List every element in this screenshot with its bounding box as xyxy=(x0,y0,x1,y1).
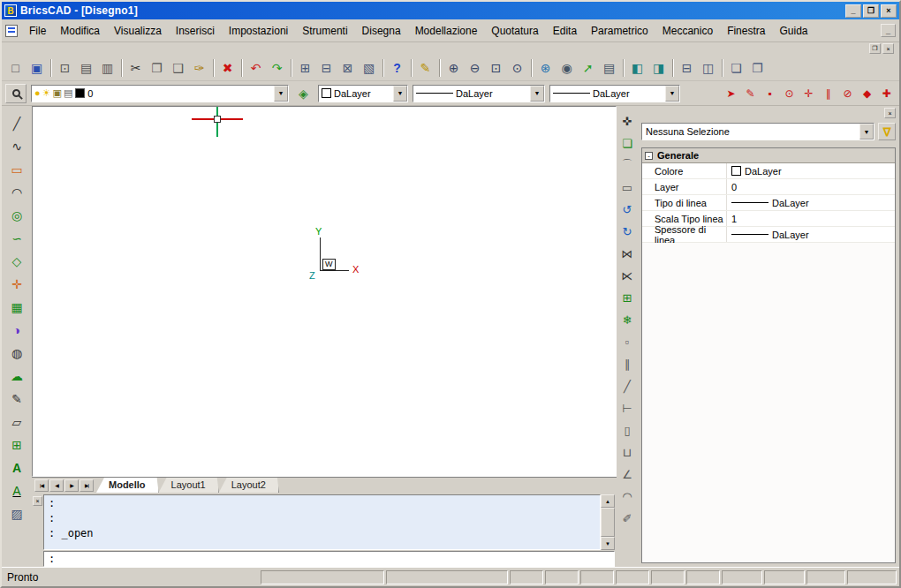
property-value[interactable]: 1 xyxy=(727,211,895,226)
property-row-layer[interactable]: Layer 0 xyxy=(642,179,895,195)
print-settings-button[interactable]: ▥ xyxy=(97,57,117,78)
layers-explorer-button[interactable]: ⊟ xyxy=(316,57,337,78)
selection-combobox[interactable]: Nessuna Selezione ▼ xyxy=(641,123,874,140)
menu-guida[interactable]: Guida xyxy=(772,22,814,40)
zoom-window-button[interactable]: ⊡ xyxy=(486,57,506,78)
mdi-minimize-button[interactable]: _ xyxy=(881,24,896,37)
gradient-tool-button[interactable]: ◑ xyxy=(6,320,27,341)
redo-button[interactable]: ↷ xyxy=(267,57,287,78)
menu-modifica[interactable]: Modifica xyxy=(53,22,107,40)
menu-parametrico[interactable]: Parametrico xyxy=(584,22,655,40)
selection-dropdown-arrow-icon[interactable]: ▼ xyxy=(859,124,874,139)
menu-quotatura[interactable]: Quotatura xyxy=(484,22,545,40)
property-value[interactable]: DaLayer xyxy=(727,195,895,210)
blocks-explorer-button[interactable]: ⊠ xyxy=(337,57,358,78)
text-tool-button[interactable]: A xyxy=(6,480,27,501)
mirror-tool-button[interactable]: ⋈ xyxy=(617,244,637,263)
color-dropdown-arrow-icon[interactable]: ▼ xyxy=(393,86,407,102)
layer-dropdown-arrow-icon[interactable]: ▼ xyxy=(274,86,288,102)
rotate-tool-button[interactable]: ↺ xyxy=(617,200,637,219)
drawing-explorer-button[interactable]: ⊞ xyxy=(295,57,315,78)
fillet-arc-tool-button[interactable]: ◠ xyxy=(617,486,637,506)
revision-cloud-tool-button[interactable]: ☁ xyxy=(6,366,27,387)
copy-tool-button[interactable]: ❏ xyxy=(617,133,637,153)
drawing-canvas[interactable]: Y X Z W xyxy=(32,106,617,477)
mtext-tool-button[interactable]: A xyxy=(6,457,27,479)
lineweight-combobox[interactable]: DaLayer ▼ xyxy=(549,85,680,102)
polyline-tool-button[interactable]: ∿ xyxy=(6,136,27,157)
document-icon[interactable] xyxy=(5,25,18,37)
array-tool-button[interactable]: ⊞ xyxy=(617,288,637,307)
zoom-out-button[interactable]: ⊖ xyxy=(465,57,485,78)
snap-tangent-button[interactable]: ⊘ xyxy=(838,84,857,103)
shape-tool-button[interactable]: ▱ xyxy=(6,411,27,433)
layer-combobox[interactable]: ●☀▣▤ 0 ▼ xyxy=(31,85,289,102)
extend-tool-button[interactable]: ⊢ xyxy=(617,398,637,418)
property-value[interactable]: DaLayer xyxy=(727,227,895,242)
rectangle-edit-tool-button[interactable]: ▭ xyxy=(617,177,637,197)
join-tool-button[interactable]: ⊔ xyxy=(617,442,637,462)
tab-next-button[interactable]: ▶ xyxy=(64,479,79,492)
break-tool-button[interactable]: ▯ xyxy=(617,420,637,440)
zoom-extents-button[interactable]: ⊙ xyxy=(507,57,527,78)
polygon-tool-button[interactable]: ◇ xyxy=(6,251,27,272)
menu-edita[interactable]: Edita xyxy=(546,22,584,40)
linetype-dropdown-arrow-icon[interactable]: ▼ xyxy=(530,86,544,102)
property-value[interactable]: DaLayer xyxy=(727,163,895,178)
scrollbar-thumb[interactable] xyxy=(601,508,615,537)
spline-tool-button[interactable]: ∽ xyxy=(6,228,27,249)
regen-tool-button[interactable]: ▫ xyxy=(617,332,637,351)
viewports-horizontal-button[interactable]: ⊟ xyxy=(677,57,697,78)
rectangle-tool-button[interactable]: ▭ xyxy=(6,159,27,180)
arc-tool-button[interactable]: ◠ xyxy=(6,182,27,203)
publish-web-button[interactable]: ⊛ xyxy=(535,57,556,78)
snap-intersection-button[interactable]: ✚ xyxy=(877,84,896,103)
minimize-button[interactable]: _ xyxy=(845,4,861,18)
menu-disegna[interactable]: Disegna xyxy=(355,22,408,40)
mdi-restore-button[interactable]: ❐ xyxy=(869,43,881,54)
plot-styles-button[interactable]: ▤ xyxy=(599,57,619,78)
chamfer-tool-button[interactable]: ∠ xyxy=(617,464,637,484)
undo-button[interactable]: ↶ xyxy=(246,57,266,78)
command-close-button[interactable]: × xyxy=(33,496,42,506)
close-button[interactable]: × xyxy=(881,4,897,18)
hatch-tool-button[interactable]: ▦ xyxy=(6,297,27,318)
tab-modello[interactable]: Modello xyxy=(96,478,159,493)
trim-tool-button[interactable]: ╱ xyxy=(617,376,637,396)
snap-midpoint-button[interactable]: ▪ xyxy=(761,84,779,103)
menu-visualizza[interactable]: Visualizza xyxy=(107,22,169,40)
offset-tool-button[interactable]: ∥ xyxy=(617,354,637,373)
polar-array-tool-button[interactable]: ❄ xyxy=(617,310,637,329)
materials-button[interactable]: ◨ xyxy=(648,57,669,78)
scroll-down-icon[interactable]: ▼ xyxy=(601,537,615,550)
paste-as-block-button[interactable]: ❐ xyxy=(747,57,768,78)
linetype-combobox[interactable]: DaLayer ▼ xyxy=(413,85,545,102)
rotate-reference-tool-button[interactable]: ↻ xyxy=(617,222,637,241)
properties-section-header[interactable]: - Generale xyxy=(642,148,895,163)
wipeout-tool-button[interactable]: ▨ xyxy=(6,503,27,524)
help-button[interactable]: ? xyxy=(387,57,407,78)
snap-parallel-button[interactable]: ∥ xyxy=(819,84,837,103)
command-gutter[interactable]: × xyxy=(32,494,43,567)
erase-button[interactable]: ✖ xyxy=(217,57,238,78)
snap-settings-button[interactable]: ✎ xyxy=(741,84,760,103)
match-properties-button[interactable]: ✑ xyxy=(189,57,209,78)
donut-tool-button[interactable]: ◍ xyxy=(6,343,27,364)
mirror-3d-tool-button[interactable]: ⋉ xyxy=(617,266,637,285)
snap-node-button[interactable]: ✛ xyxy=(799,84,818,103)
table-tool-button[interactable]: ⊞ xyxy=(6,434,27,456)
restore-button[interactable]: ❐ xyxy=(863,4,879,18)
line-tool-button[interactable]: ╱ xyxy=(6,113,27,134)
menu-file[interactable]: File xyxy=(22,22,53,40)
print-preview-button[interactable]: ⊡ xyxy=(55,57,75,78)
mdi-close-button[interactable]: × xyxy=(882,43,894,54)
menu-finestra[interactable]: Finestra xyxy=(720,22,772,40)
circle-tool-button[interactable]: ◎ xyxy=(6,205,27,226)
move-tool-button[interactable]: ✜ xyxy=(617,111,637,131)
save-button[interactable]: ▣ xyxy=(26,57,47,78)
titlebar[interactable]: B BricsCAD - [Disegno1] _❐× xyxy=(2,2,899,19)
snap-marker-button[interactable]: ➤ xyxy=(722,84,740,103)
sketch-tool-button[interactable]: ✎ xyxy=(6,388,27,410)
layer-on-icon[interactable]: ● xyxy=(34,88,41,98)
command-input[interactable]: : xyxy=(43,551,615,567)
